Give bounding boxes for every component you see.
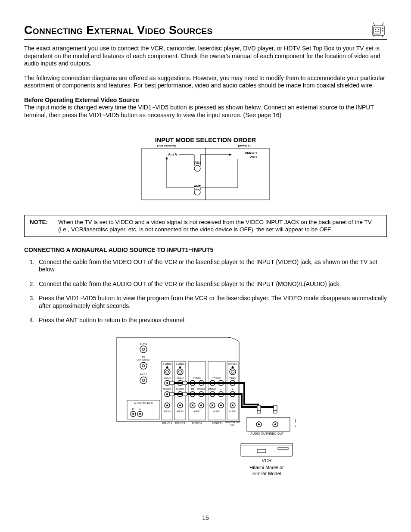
svg-point-75 [230,369,236,375]
svg-text:VIDEO: VIDEO [164,376,171,379]
note-box: NOTE: When the TV is set to VIDEO and a … [24,215,387,237]
before-operating-text: The input mode is changed every time the… [24,104,387,119]
svg-text:(MONO): (MONO) [209,388,217,390]
note-label: NOTE: [30,219,58,233]
svg-text:INPUT 4: INPUT 4 [192,422,202,424]
svg-line-4 [373,22,375,26]
svg-point-120 [179,404,181,406]
svg-text:S-VIDEO: S-VIDEO [163,363,172,365]
svg-text:VCR: VCR [295,424,296,431]
svg-text:Y/VIDEO: Y/VIDEO [212,376,221,379]
svg-point-42 [142,364,145,367]
svg-point-2 [375,29,376,30]
svg-point-72 [166,370,169,373]
svg-text:AUDIO: AUDIO [213,410,220,413]
svg-text:VIDEO: VIDEO [229,376,236,379]
svg-rect-139 [183,392,187,396]
page-number: 15 [0,514,411,522]
svg-marker-141 [257,411,261,413]
svg-marker-143 [274,411,277,413]
svg-text:AUDIO TO HI-FI: AUDIO TO HI-FI [134,402,153,404]
svg-point-118 [166,404,168,406]
svg-text:(MONO): (MONO) [176,388,184,390]
svg-text:(MONO): (MONO) [197,388,206,390]
svg-rect-137 [170,392,174,396]
note-text: When the TV is set to VIDEO and a video … [58,219,381,233]
svg-marker-35 [165,157,168,159]
svg-point-124 [200,404,202,406]
svg-point-19 [194,165,200,171]
svg-text:S-VIDEO: S-VIDEO [228,363,237,365]
svg-point-83 [166,382,168,384]
svg-point-146 [258,423,260,425]
svg-text:L: L [221,388,222,390]
svg-point-44 [140,377,147,384]
svg-text:Video:1: Video:1 [245,151,257,155]
svg-text:AUDIO: AUDIO [177,410,184,413]
svg-point-51 [132,413,134,415]
svg-text:(INPUT): (INPUT) [238,145,251,147]
svg-point-53 [139,413,141,415]
svg-rect-138 [183,381,187,385]
intro-paragraph-2: The following connection diagrams are of… [24,75,387,90]
input-mode-diagram-title: INPUT MODE SELECTION ORDER [24,136,387,144]
svg-point-7 [382,30,383,31]
svg-rect-156 [278,448,288,449]
svg-text:VIDEO: VIDEO [177,376,184,379]
svg-rect-1 [374,27,380,34]
svg-text:ANT A: ANT A [140,343,147,345]
svg-text:Y/VIDEO: Y/VIDEO [193,376,201,379]
svg-rect-154 [241,445,293,446]
svg-rect-136 [170,381,174,385]
monaural-steps: Connect the cable from the VIDEO OUT of … [24,258,387,324]
svg-point-122 [192,404,193,406]
svg-text:OUT: OUT [230,423,235,426]
svg-text:Hitachi Model or: Hitachi Model or [249,465,284,470]
svg-text:Ant A: Ant A [168,152,177,156]
svg-text:CONVERTER: CONVERTER [137,358,150,361]
svg-point-29 [194,189,200,195]
svg-text:R: R [132,408,134,410]
svg-marker-68 [166,366,168,368]
tv-character-icon [370,21,387,38]
svg-point-126 [212,404,213,406]
svg-text:VIDEO OUT: VIDEO OUT [267,432,284,435]
svg-point-148 [274,423,276,425]
svg-text:AUDIO: AUDIO [193,410,200,413]
svg-marker-70 [231,366,234,368]
svg-marker-69 [179,366,181,368]
svg-rect-144 [247,417,290,431]
svg-text:(ANTENNA): (ANTENNA) [157,145,177,147]
svg-text:Similar Model: Similar Model [252,471,281,476]
step-3: Press the VID1~VID5 button to view the p… [36,295,387,310]
step-4: Press the ANT button to return to the pr… [36,317,387,324]
svg-point-45 [142,379,145,382]
svg-point-74 [179,370,182,373]
svg-line-5 [382,22,383,26]
svg-text:S-VIDEO: S-VIDEO [176,363,185,365]
svg-point-73 [177,369,183,375]
svg-text:L: L [139,408,141,410]
svg-point-6 [382,28,383,29]
svg-point-71 [164,369,170,375]
svg-point-76 [231,370,234,373]
svg-text:Back of: Back of [295,418,296,424]
svg-text:INPUT 2: INPUT 2 [175,422,186,424]
svg-text:ANT: ANT [194,184,201,188]
svg-point-3 [378,29,379,30]
svg-point-130 [232,404,234,406]
svg-text:PB: PB [191,388,194,390]
svg-point-38 [142,348,145,351]
page-title: Connecting External Video Sources [24,23,212,38]
svg-text:AUDIO: AUDIO [164,410,171,413]
before-operating-heading: Before Operating External Video Source [24,96,387,104]
svg-rect-140 [257,405,261,411]
svg-rect-142 [274,405,277,411]
step-2: Connect the cable from the AUDIO OUT of … [36,280,387,288]
svg-point-104 [166,393,168,395]
wiring-diagram: ANT A TO CONVERTER ANT B AUDIO TO HI-FI … [24,336,387,491]
svg-text:VCR: VCR [262,458,271,463]
svg-text:L: L [232,388,234,390]
monaural-heading: CONNECTING A MONAURAL AUDIO SOURCE TO IN… [24,246,387,254]
svg-text:VID1: VID1 [249,155,257,159]
